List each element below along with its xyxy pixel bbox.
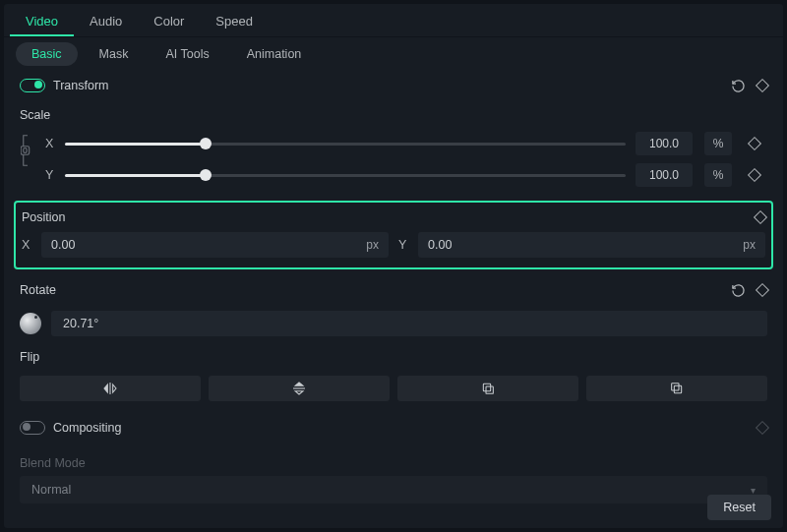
rotate-title: Rotate bbox=[20, 283, 731, 297]
position-y-input[interactable]: 0.00 px bbox=[418, 232, 765, 258]
transform-title: Transform bbox=[53, 79, 731, 92]
scale-x-slider[interactable] bbox=[65, 136, 626, 151]
chevron-down-icon: ▾ bbox=[751, 485, 756, 496]
tab-speed[interactable]: Speed bbox=[200, 4, 269, 36]
rotate-dial[interactable] bbox=[20, 313, 41, 334]
tab-basic[interactable]: Basic bbox=[16, 42, 78, 66]
reset-icon[interactable] bbox=[731, 79, 746, 93]
flip-copy1-button[interactable] bbox=[397, 376, 578, 401]
transform-toggle[interactable] bbox=[20, 79, 45, 92]
compositing-keyframe-icon[interactable] bbox=[756, 421, 769, 435]
position-section: Position X 0.00 px Y 0.00 px bbox=[14, 201, 773, 269]
tabs-top: Video Audio Color Speed bbox=[4, 4, 783, 37]
flip-vertical-button[interactable] bbox=[209, 376, 390, 401]
properties-panel: Video Audio Color Speed Basic Mask AI To… bbox=[4, 4, 783, 528]
svg-rect-1 bbox=[483, 384, 490, 390]
scale-x-unit: % bbox=[704, 132, 732, 155]
compositing-header: Compositing bbox=[4, 413, 783, 443]
scale-y-value[interactable]: 100.0 bbox=[636, 163, 693, 187]
scale-title: Scale bbox=[4, 100, 783, 128]
scale-x-keyframe-icon[interactable] bbox=[748, 137, 761, 150]
position-x-input[interactable]: 0.00 px bbox=[41, 232, 389, 258]
position-keyframe-icon[interactable] bbox=[754, 210, 767, 224]
tab-audio[interactable]: Audio bbox=[74, 4, 138, 36]
tabs-sub: Basic Mask AI Tools Animation bbox=[4, 37, 783, 71]
tab-ai-tools[interactable]: AI Tools bbox=[150, 42, 224, 66]
flip-copy2-button[interactable] bbox=[586, 376, 767, 401]
svg-rect-3 bbox=[674, 385, 681, 392]
position-y-label: Y bbox=[398, 238, 408, 252]
rotate-value[interactable]: 20.71° bbox=[51, 311, 767, 336]
reset-button[interactable]: Reset bbox=[707, 495, 771, 520]
scale-x-row: X 100.0 % bbox=[4, 128, 783, 159]
scale-y-row: Y 100.0 % bbox=[4, 159, 783, 191]
blend-mode-select[interactable]: Normal ▾ bbox=[20, 476, 767, 503]
tab-mask[interactable]: Mask bbox=[84, 42, 145, 66]
scale-y-unit: % bbox=[704, 163, 732, 187]
transform-header: Transform bbox=[4, 71, 783, 100]
tab-video[interactable]: Video bbox=[10, 4, 74, 36]
svg-rect-4 bbox=[672, 384, 679, 390]
tab-color[interactable]: Color bbox=[138, 4, 200, 36]
scale-y-label: Y bbox=[45, 168, 55, 182]
rotate-header: Rotate bbox=[4, 275, 783, 305]
flip-row bbox=[4, 370, 783, 413]
scale-y-keyframe-icon[interactable] bbox=[748, 168, 761, 182]
flip-horizontal-button[interactable] bbox=[20, 376, 201, 401]
scale-x-label: X bbox=[45, 137, 55, 150]
keyframe-icon[interactable] bbox=[756, 79, 769, 92]
flip-title: Flip bbox=[4, 342, 783, 370]
link-axes-icon[interactable] bbox=[21, 134, 34, 167]
tab-animation[interactable]: Animation bbox=[231, 42, 318, 66]
rotate-keyframe-icon[interactable] bbox=[756, 283, 769, 297]
svg-rect-2 bbox=[486, 386, 493, 393]
blend-mode-label: Blend Mode bbox=[4, 448, 783, 474]
scale-x-value[interactable]: 100.0 bbox=[636, 132, 693, 155]
compositing-title: Compositing bbox=[53, 421, 757, 435]
position-x-label: X bbox=[22, 238, 31, 252]
scale-y-slider[interactable] bbox=[65, 167, 626, 183]
compositing-toggle[interactable] bbox=[20, 421, 45, 435]
position-title: Position bbox=[22, 210, 756, 224]
rotate-reset-icon[interactable] bbox=[731, 283, 746, 298]
